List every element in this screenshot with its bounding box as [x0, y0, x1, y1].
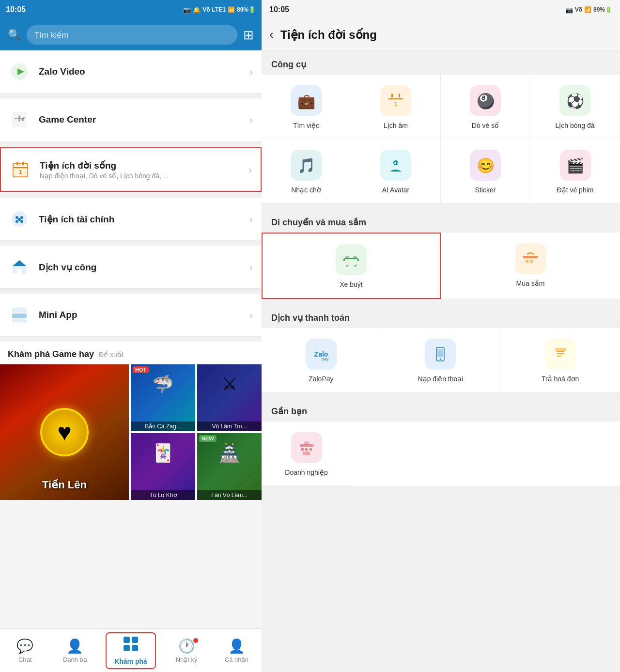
tra-hoa-don-icon — [545, 339, 576, 370]
game-vo-lam[interactable]: ⚔ Võ Lâm Tru... — [197, 364, 262, 431]
dat-ve-phim-icon: 🎬 — [560, 150, 591, 181]
svg-rect-10 — [13, 167, 28, 168]
thanh-toan-grid: Zalopay ZaloPay Nạp điện thoại Trả hoá đ… — [262, 328, 620, 392]
notification-dot — [193, 638, 198, 643]
service-doanh-nghiep[interactable]: Doanh nghiệp — [262, 422, 351, 486]
new-badge: NEW — [199, 435, 217, 442]
right-time: 10:05 — [269, 5, 289, 14]
lich-bong-da-icon: ⚽ — [559, 85, 590, 116]
sticker-icon: 😊 — [470, 150, 501, 181]
hot-badge: HOT — [133, 366, 149, 373]
divider — [0, 141, 262, 146]
nhac-cho-label: Nhạc chờ — [291, 186, 321, 194]
do-ve-so-label: Dò vé số — [472, 121, 499, 130]
menu-item-tien-ich-tai-chinh[interactable]: Tiện ích tài chính › — [0, 198, 262, 241]
doanh-nghiep-icon — [291, 432, 322, 463]
right-header: ‹ Tiện ích đời sống — [262, 19, 620, 50]
bottom-nav: 💬 Chat 👤 Danh bạ Khám phá 🕐 Nhật ký 👤 Cá… — [0, 628, 262, 672]
game-ban-ca[interactable]: 🦈 HOT Bắn Cá Zag... — [131, 364, 195, 431]
divider — [0, 94, 262, 98]
service-sticker[interactable]: 😊 Sticker — [441, 139, 530, 203]
svg-rect-30 — [391, 94, 393, 97]
svg-rect-31 — [399, 94, 400, 97]
menu-item-game-center[interactable]: Game Center › — [0, 98, 262, 141]
game-tan-vo-lam[interactable]: 🏯 NEW Tân Võ Lâm... — [197, 433, 262, 500]
svg-rect-54 — [437, 349, 443, 357]
chevron-icon: › — [248, 164, 252, 175]
svg-rect-22 — [12, 313, 27, 318]
games-section: Khám phá Game hay Đề xuất ♥ Tiến Lên 🦈 — [0, 342, 262, 500]
svg-rect-57 — [557, 351, 564, 352]
svg-rect-21 — [12, 308, 27, 313]
service-ai-avatar[interactable]: AI AI Avatar — [351, 139, 441, 203]
profile-icon: 👤 — [228, 638, 245, 654]
svg-text:pay: pay — [322, 357, 329, 361]
xe-buyt-label: Xe buýt — [340, 280, 362, 289]
service-nap-dien-thoai[interactable]: Nạp điện thoại — [381, 328, 501, 392]
svg-rect-25 — [132, 637, 138, 643]
svg-rect-9 — [22, 162, 24, 165]
menu-item-tien-ich-doi-song[interactable]: 1 Tiện ích đời sống Nạp điện thoại, Dò v… — [0, 147, 262, 192]
di-chuyen-grid: Xe buýt Mua sắm — [262, 233, 620, 298]
game-center-text: Game Center — [39, 114, 249, 125]
chevron-icon: › — [249, 262, 253, 273]
svg-rect-23 — [12, 319, 27, 322]
divider — [0, 337, 262, 342]
svg-rect-42 — [346, 264, 356, 266]
service-lich-am[interactable]: 1 Lịch âm — [351, 75, 441, 139]
sticker-label: Sticker — [475, 186, 496, 194]
cong-cu-grid: 💼 Tìm việc 1 Lịch âm 🎱 Dò vé số ⚽ Lịch b… — [262, 75, 620, 203]
svg-text:AI: AI — [394, 161, 398, 165]
divider — [0, 193, 262, 198]
qr-icon[interactable]: ⊞ — [243, 28, 254, 43]
service-lich-bong-da[interactable]: ⚽ Lịch bóng đá — [530, 75, 620, 139]
game-tien-len[interactable]: ♥ Tiến Lên — [0, 364, 129, 500]
ai-avatar-label: AI Avatar — [382, 186, 410, 194]
menu-list: Zalo Video › Game Center › 1 Tiện ích đờ… — [0, 50, 262, 628]
game-center-icon — [9, 109, 30, 130]
chat-icon: 💬 — [16, 638, 33, 654]
zalo-video-icon — [9, 61, 30, 82]
service-xe-buyt[interactable]: Xe buýt — [262, 233, 441, 298]
svg-rect-63 — [301, 448, 304, 451]
nav-contacts[interactable]: 👤 Danh bạ — [56, 638, 94, 663]
clock-icon: 🕐 — [178, 638, 195, 654]
nav-chat[interactable]: 💬 Chat — [6, 638, 45, 663]
back-button[interactable]: ‹ — [269, 27, 274, 42]
nav-explore[interactable]: Khám phá — [106, 632, 156, 669]
menu-item-dich-vu-cong[interactable]: Dịch vụ công › — [0, 246, 262, 289]
section-thanh-toan-title: Dịch vụ thanh toán — [262, 304, 620, 328]
games-grid: ♥ Tiến Lên 🦈 HOT Bắn Cá Zag... ⚔ Võ Lâm … — [0, 364, 262, 500]
search-input[interactable]: Tìm kiếm — [27, 25, 237, 45]
left-time: 10:05 — [6, 5, 26, 14]
lich-bong-da-label: Lịch bóng đá — [555, 121, 594, 130]
svg-text:1: 1 — [394, 101, 397, 107]
game-tu-lo-kho-label: Tú Lơ Khơ — [131, 490, 195, 500]
nav-profile[interactable]: 👤 Cá nhân — [217, 638, 256, 663]
tim-viec-icon: 💼 — [291, 85, 322, 116]
lich-am-label: Lịch âm — [384, 121, 408, 130]
service-tim-viec[interactable]: 💼 Tìm việc — [262, 75, 351, 139]
contacts-icon: 👤 — [66, 638, 83, 654]
game-tu-lo-kho[interactable]: 🃏 Tú Lơ Khơ — [131, 433, 195, 500]
service-dat-ve-phim[interactable]: 🎬 Đặt vé phim — [530, 139, 620, 203]
menu-item-mini-app[interactable]: Mini App › — [0, 294, 262, 337]
svg-rect-47 — [523, 256, 538, 258]
service-nhac-cho[interactable]: 🎵 Nhạc chờ — [262, 139, 351, 203]
doanh-nghiep-label: Doanh nghiệp — [285, 468, 327, 477]
left-panel: 10:05 📷 🔔 Võ LTE1 📶 89%🔋 🔍 Tìm kiếm ⊞ Za… — [0, 0, 262, 672]
chevron-icon: › — [249, 114, 253, 125]
nav-clock[interactable]: 🕐 Nhật ký — [167, 638, 206, 663]
right-status-bar: 10:05 📷 Võ 📶 89%🔋 — [262, 0, 620, 19]
service-tra-hoa-don[interactable]: Trả hoá đơn — [500, 328, 620, 392]
menu-item-zalo-video[interactable]: Zalo Video › — [0, 50, 262, 94]
service-mua-sam[interactable]: Mua sắm — [441, 233, 620, 298]
service-zalopay[interactable]: Zalopay ZaloPay — [262, 328, 381, 392]
divider — [0, 241, 262, 246]
service-do-ve-so[interactable]: 🎱 Dò vé số — [441, 75, 530, 139]
nap-dien-thoai-label: Nạp điện thoại — [418, 375, 464, 383]
nhac-cho-icon: 🎵 — [291, 150, 322, 181]
chevron-icon: › — [249, 66, 253, 78]
tien-ich-tai-chinh-icon — [9, 208, 30, 230]
left-status-icons: 📷 🔔 Võ LTE1 📶 89%🔋 — [183, 6, 256, 14]
